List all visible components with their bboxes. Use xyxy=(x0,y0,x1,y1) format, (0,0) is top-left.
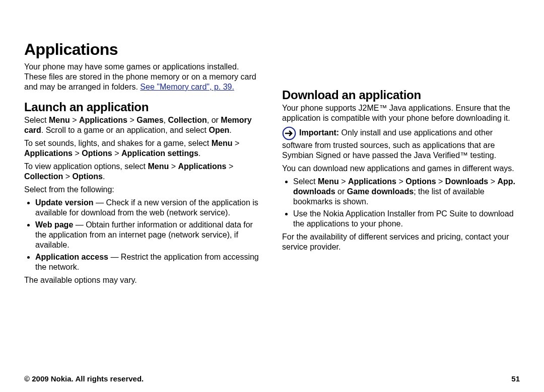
collection-label: Collection xyxy=(24,172,63,181)
download-list: Select Menu > Applications > Options > D… xyxy=(282,177,520,229)
separator: > xyxy=(488,177,497,186)
text: To view application options, select xyxy=(24,162,148,171)
options-label: Options xyxy=(405,177,436,186)
applications-label: Applications xyxy=(348,177,396,186)
separator: > xyxy=(436,177,445,186)
launch-paragraph-1: Select Menu > Applications > Games, Coll… xyxy=(24,115,262,135)
launch-paragraph-2: To set sounds, lights, and shakes for a … xyxy=(24,138,262,159)
option-title: Web page xyxy=(35,220,73,229)
text: Select xyxy=(24,116,49,124)
page-title: Applications xyxy=(24,40,520,59)
list-item: Application access — Restrict the applic… xyxy=(35,252,262,272)
footer: © 2009 Nokia. All rights reserved. 51 xyxy=(24,374,520,383)
separator: > xyxy=(127,116,137,124)
menu-label: Menu xyxy=(318,177,339,186)
text: or xyxy=(335,187,347,196)
separator: > xyxy=(63,172,72,181)
options-list: Update version — Check if a new version … xyxy=(24,198,262,272)
important-icon xyxy=(282,126,296,140)
page-number: 51 xyxy=(511,374,520,383)
separator: > xyxy=(227,162,234,171)
separator: > xyxy=(396,177,405,186)
text: . xyxy=(229,126,231,134)
applications-label: Applications xyxy=(24,149,73,158)
important-note: Important: Only install and use applicat… xyxy=(282,126,520,161)
memory-card-link[interactable]: See "Memory card", p. 39. xyxy=(140,83,234,91)
important-label: Important: xyxy=(299,128,339,137)
launch-paragraph-3: To view application options, select Menu… xyxy=(24,162,262,182)
columns: Your phone may have some games or applic… xyxy=(24,62,520,288)
option-title: Application access xyxy=(35,253,108,261)
separator: > xyxy=(70,116,79,124)
downloads-label: Downloads xyxy=(445,177,488,186)
applications-label: Applications xyxy=(178,162,226,171)
download-section-heading: Download an application xyxy=(282,88,520,102)
menu-label: Menu xyxy=(212,139,233,147)
open-label: Open xyxy=(209,126,229,134)
list-item: Select Menu > Applications > Options > D… xyxy=(293,177,520,207)
download-paragraph-3: For the availability of different servic… xyxy=(282,232,520,252)
left-column: Your phone may have some games or applic… xyxy=(24,62,262,288)
games-label: Games xyxy=(137,116,163,124)
option-title: Update version xyxy=(35,198,94,207)
separator: > xyxy=(339,177,348,186)
separator: > xyxy=(233,139,240,147)
launch-section-heading: Launch an application xyxy=(24,100,262,114)
text: To set sounds, lights, and shakes for a … xyxy=(24,139,212,147)
collection-label: Collection xyxy=(168,116,207,124)
text: Select xyxy=(293,177,318,186)
copyright-text: © 2009 Nokia. All rights reserved. xyxy=(24,374,144,383)
options-label: Options xyxy=(73,172,103,181)
text: , or xyxy=(207,116,221,124)
select-from-following: Select from the following: xyxy=(24,185,262,195)
separator: > xyxy=(73,149,82,158)
text: . Scroll to a game or an application, an… xyxy=(41,126,209,134)
document-page: Applications Your phone may have some ga… xyxy=(0,0,544,392)
applications-label: Applications xyxy=(79,116,127,124)
download-paragraph-1: Your phone supports J2ME™ Java applicati… xyxy=(282,103,520,123)
list-item: Web page — Obtain further information or… xyxy=(35,220,262,250)
options-may-vary: The available options may vary. xyxy=(24,275,262,285)
list-item: Update version — Check if a new version … xyxy=(35,198,262,218)
download-paragraph-2: You can download new applications and ga… xyxy=(282,164,520,174)
menu-label: Menu xyxy=(148,162,169,171)
game-downloads-label: Game downloads xyxy=(347,187,414,196)
intro-paragraph: Your phone may have some games or applic… xyxy=(24,62,262,92)
app-settings-label: Application settings xyxy=(121,149,198,158)
list-item: Use the Nokia Application Installer from… xyxy=(293,209,520,229)
separator: > xyxy=(169,162,178,171)
text: . xyxy=(198,149,200,158)
options-label: Options xyxy=(82,149,112,158)
menu-label: Menu xyxy=(49,116,70,124)
text: . xyxy=(103,172,105,181)
right-column: Download an application Your phone suppo… xyxy=(282,80,520,288)
separator: > xyxy=(112,149,121,158)
